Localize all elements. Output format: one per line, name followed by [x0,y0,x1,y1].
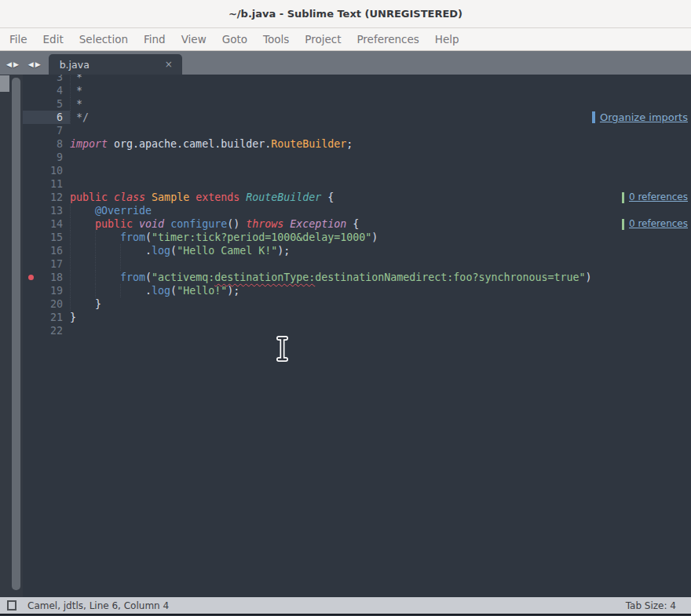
indent-guide [70,284,71,297]
token-txt: ( [145,272,152,283]
token-txt: ) [585,272,591,283]
code-region[interactable]: 3 *4 *5 *6 */78import org.apache.camel.b… [23,75,691,597]
code-line-21[interactable]: 21} [23,311,691,324]
token-kw: public [70,191,108,203]
token-str: "Hello!" [177,285,227,297]
title-bar: ~/b.java - Sublime Text (UNREGISTERED) [0,0,691,28]
tab-scroll-right-icon[interactable]: ◀▶ [28,60,42,68]
token-com: */ [70,111,89,123]
code-line-20[interactable]: 20 } [23,297,691,311]
code-line-10[interactable]: 10 [23,164,691,177]
code-line-8[interactable]: 8import org.apache.camel.builder.RouteBu… [23,137,691,151]
token-txt: ( [170,245,177,257]
window-title: ~/b.java - Sublime Text (UNREGISTERED) [229,8,462,20]
code-line-3[interactable]: 3 * [23,75,691,84]
line-number: 7 [23,124,70,137]
sidebar-toggle-icon[interactable] [7,600,16,611]
code-line-17[interactable]: 17 [23,257,691,271]
code-text: * [70,97,691,111]
token-fn: log [152,285,170,297]
code-line-16[interactable]: 16 .log("Hello Camel K!"); [23,244,691,257]
line-number: 19 [23,284,70,297]
menu-item-file[interactable]: File [2,29,35,49]
indent-guide [70,204,71,217]
token-str: destinationNamedirect:foo?synchronous=tr… [315,272,585,283]
tab-label: b.java [60,59,165,71]
indent-guide [70,97,71,111]
indent-guide [70,231,71,244]
indent-guide [120,257,121,271]
token-cls: Sample [152,191,189,203]
code-text [70,124,691,137]
token-imp: import [70,138,108,150]
code-text: @Override [70,204,691,217]
left-gutter-strip [0,75,23,597]
token-txt [108,191,114,203]
code-line-15[interactable]: 15 from("timer:tick?period=1000&delay=10… [23,231,691,244]
editor-area[interactable]: 3 *4 *5 *6 */78import org.apache.camel.b… [0,75,691,597]
menu-item-find[interactable]: Find [136,29,174,49]
line-number: 10 [23,164,70,177]
token-txt: } [70,298,101,310]
token-kwi: throws [246,218,283,230]
token-txt [70,205,95,217]
indent-guide [70,297,71,311]
token-txt [145,191,152,203]
token-com: * [70,98,82,110]
line-number: 17 [23,257,70,271]
code-text: from("activemq:destinationType:destinati… [70,271,691,284]
code-line-11[interactable]: 11 [23,177,691,191]
token-kw: public [95,218,133,230]
menu-item-goto[interactable]: Goto [214,29,255,49]
menu-item-tools[interactable]: Tools [255,29,297,49]
indent-guide [120,244,121,257]
code-line-22[interactable]: 22 [23,324,691,337]
code-line-12[interactable]: 12public class Sample extends RouteBuild… [23,191,691,204]
annotation-link[interactable]: Organize imports [600,111,688,124]
code-line-13[interactable]: 13 @Override [23,204,691,217]
code-line-7[interactable]: 7 [23,124,691,137]
token-txt: ( [145,231,152,243]
code-line-9[interactable]: 9 [23,151,691,164]
code-line-18[interactable]: 18 from("activemq:destinationType:destin… [23,271,691,284]
code-line-6[interactable]: 6 */ [23,111,691,124]
line-number-current: 6 [23,111,70,124]
code-line-4[interactable]: 4 * [23,84,691,97]
code-text: .log("Hello Camel K!"); [70,244,691,257]
tab-b-java[interactable]: b.java × [49,54,182,75]
token-fn: from [120,272,145,283]
menu-item-preferences[interactable]: Preferences [349,29,426,49]
code-text [70,151,691,164]
code-line-5[interactable]: 5 * [23,97,691,111]
tab-scroll-left-icon[interactable]: ◀▶ [6,60,20,68]
code-text: } [70,311,691,324]
menu-item-project[interactable]: Project [297,29,349,49]
diagnostic-squiggle: destinationType: [214,272,315,283]
token-fn: from [120,231,145,243]
line-number: 21 [23,311,70,324]
indent-guide [120,284,121,297]
code-line-14[interactable]: 14 public void configure() throws Except… [23,217,691,231]
overlay-scrollbar-thumb[interactable] [0,75,9,92]
menu-item-view[interactable]: View [174,29,214,49]
menu-item-help[interactable]: Help [427,29,467,49]
annotation-bar [622,192,625,203]
line-number: 13 [23,204,70,217]
tab-size-indicator[interactable]: Tab Size: 4 [626,600,676,611]
line-number: 20 [23,297,70,311]
code-text [70,164,691,177]
annotation-bar [592,111,595,123]
vertical-scrollbar[interactable] [12,78,20,590]
token-com: * [70,75,82,83]
token-com: * [70,85,82,97]
menu-item-edit[interactable]: Edit [35,29,71,49]
code-line-19[interactable]: 19 .log("Hello!"); [23,284,691,297]
indent-guide [70,84,71,97]
token-str: "Hello Camel K!" [177,245,277,257]
token-inh: RouteBuilder [246,191,321,203]
tab-close-icon[interactable]: × [165,59,173,70]
code-text: * [70,75,691,84]
annotation-link[interactable]: 0 references [629,217,688,231]
annotation-link[interactable]: 0 references [629,191,688,204]
menu-item-selection[interactable]: Selection [71,29,136,49]
